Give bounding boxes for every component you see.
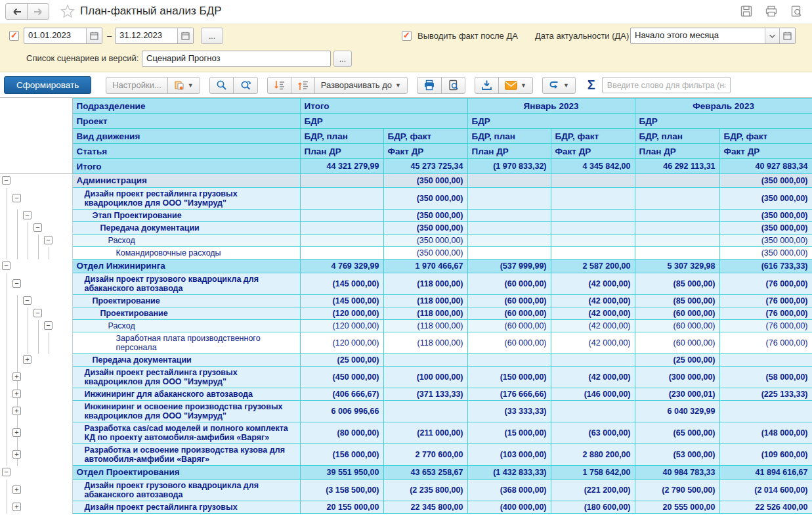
row-name-cell[interactable]: Этап Проектирование xyxy=(72,210,300,222)
value-cell[interactable]: (118 000,00) xyxy=(383,307,467,320)
value-cell[interactable]: 4 769 329,99 xyxy=(300,260,383,273)
value-cell[interactable]: 6 006 996,66 xyxy=(300,401,383,422)
value-cell[interactable]: (371 133,33) xyxy=(383,388,467,401)
back-button[interactable] xyxy=(5,3,28,20)
calendar-icon[interactable] xyxy=(86,28,102,43)
row-name-cell[interactable]: Передача документации xyxy=(72,354,300,367)
value-cell[interactable]: (65 000,00) xyxy=(635,422,719,444)
value-cell[interactable]: (76 000,00) xyxy=(719,307,812,320)
value-cell[interactable] xyxy=(467,354,551,367)
row-name-cell[interactable]: Передача документации xyxy=(72,222,300,235)
tree-expander-minus[interactable]: − xyxy=(44,321,53,330)
value-cell[interactable] xyxy=(467,235,551,247)
calendar-icon[interactable] xyxy=(779,28,795,43)
value-cell[interactable]: (350 000,00) xyxy=(719,210,812,222)
row-name-cell[interactable]: Разработка cas/cad моделей и полного ком… xyxy=(72,422,300,444)
period-from-value[interactable]: 01.01.2023 xyxy=(24,28,86,43)
value-cell[interactable]: (145 000,00) xyxy=(300,295,383,307)
value-cell[interactable]: 2 880 200,00 xyxy=(551,444,635,466)
value-cell[interactable]: (76 000,00) xyxy=(719,332,812,354)
value-cell[interactable]: (350 000,00) xyxy=(719,247,812,260)
period-checkbox[interactable]: ✓ xyxy=(9,31,19,41)
value-cell[interactable] xyxy=(467,174,551,188)
row-name-cell[interactable]: Проектирование xyxy=(72,295,300,307)
print-icon[interactable] xyxy=(765,5,778,18)
value-cell[interactable]: 1 970 466,67 xyxy=(383,260,467,273)
collapse-rows-button[interactable] xyxy=(267,77,291,94)
value-cell[interactable]: (156 000,00) xyxy=(300,444,383,466)
value-cell[interactable]: 40 984 783,33 xyxy=(635,466,719,480)
value-cell[interactable] xyxy=(635,235,719,247)
value-cell[interactable]: (350 000,00) xyxy=(383,174,467,188)
value-cell[interactable]: 43 653 258,67 xyxy=(383,466,467,480)
value-cell[interactable] xyxy=(300,188,383,210)
value-cell[interactable] xyxy=(635,247,719,260)
value-cell[interactable]: (537 999,99) xyxy=(467,260,551,273)
value-cell[interactable]: (2 014 600,00) xyxy=(719,480,812,501)
value-cell[interactable]: 5 307 329,98 xyxy=(635,260,719,273)
value-cell[interactable]: (25 000,00) xyxy=(635,354,719,367)
chevron-down-icon[interactable] xyxy=(765,28,779,43)
row-name-cell[interactable]: Отдел Проектирования xyxy=(72,466,300,480)
period-to-value[interactable]: 31.12.2023 xyxy=(116,28,177,43)
value-cell[interactable]: (76 000,00) xyxy=(719,295,812,307)
value-cell[interactable] xyxy=(300,235,383,247)
scenario-more-button[interactable]: ... xyxy=(333,51,352,67)
value-cell[interactable]: (42 000,00) xyxy=(551,273,635,295)
value-cell[interactable]: (400 000,00) xyxy=(467,501,551,514)
value-cell[interactable]: (15 000,00) xyxy=(467,422,551,444)
tree-expander-plus[interactable]: + xyxy=(12,390,21,398)
value-cell[interactable] xyxy=(551,210,635,222)
tree-expander-minus[interactable]: − xyxy=(23,296,32,305)
row-name-cell[interactable]: Разработка и освоение производства кузов… xyxy=(72,444,300,466)
value-cell[interactable]: (350 000,00) xyxy=(719,188,812,210)
value-cell[interactable]: (406 666,67) xyxy=(300,388,383,401)
value-cell[interactable]: (76 000,00) xyxy=(719,273,812,295)
period-to-field[interactable]: 31.12.2023 xyxy=(115,28,194,44)
value-cell[interactable]: (350 000,00) xyxy=(383,247,467,260)
row-name-cell[interactable]: Инжиниринг для абаканского автозавода xyxy=(72,388,300,401)
value-cell[interactable]: (60 000,00) xyxy=(467,273,551,295)
value-cell[interactable]: (176 666,66) xyxy=(467,388,551,401)
value-cell[interactable]: (350 000,00) xyxy=(383,188,467,210)
variants-button[interactable]: ▼ xyxy=(167,77,200,94)
value-cell[interactable]: (100 000,00) xyxy=(383,367,467,388)
value-cell[interactable]: (25 000,00) xyxy=(300,354,383,367)
tree-expander-plus[interactable]: + xyxy=(23,355,32,364)
tree-expander-plus[interactable]: + xyxy=(12,407,21,415)
value-cell[interactable]: (63 000,00) xyxy=(551,422,635,444)
value-cell[interactable]: (221 200,00) xyxy=(551,480,635,501)
value-cell[interactable]: (350 000,00) xyxy=(719,235,812,247)
value-cell[interactable]: (109 600,00) xyxy=(719,444,812,466)
tree-expander-minus[interactable]: − xyxy=(12,279,21,288)
value-cell[interactable]: (60 000,00) xyxy=(467,320,551,332)
calendar-icon[interactable] xyxy=(177,28,193,43)
value-cell[interactable]: (350 000,00) xyxy=(383,222,467,235)
tree-expander-minus[interactable]: − xyxy=(2,176,11,185)
value-cell[interactable]: (350 000,00) xyxy=(383,235,467,247)
value-cell[interactable]: (53 000,00) xyxy=(635,444,719,466)
value-cell[interactable]: (2 235 800,00) xyxy=(383,480,467,501)
value-cell[interactable]: (76 000,00) xyxy=(719,320,812,332)
tree-expander-minus[interactable]: − xyxy=(2,261,11,270)
row-name-cell[interactable]: Дизайн проект рестайлинга грузовых квадр… xyxy=(72,367,300,388)
scenario-value[interactable]: Сценарий Прогноз xyxy=(142,51,330,66)
value-cell[interactable]: (120 000,00) xyxy=(300,307,383,320)
value-cell[interactable] xyxy=(467,210,551,222)
row-name-cell[interactable]: Инжиниринг и освоение производства грузо… xyxy=(72,401,300,422)
fact-after-checkbox[interactable]: ✓ xyxy=(402,31,412,41)
value-cell[interactable]: (118 000,00) xyxy=(383,273,467,295)
row-name-cell[interactable]: Дизайн проект грузового квадроцикла для … xyxy=(72,480,300,501)
value-cell[interactable] xyxy=(551,222,635,235)
value-cell[interactable]: (60 000,00) xyxy=(467,332,551,354)
forward-button[interactable] xyxy=(27,3,49,20)
tree-expander-minus[interactable]: − xyxy=(2,468,11,476)
value-cell[interactable]: (180 600,00) xyxy=(551,501,635,514)
row-name-cell[interactable]: Отдел Инжиниринга xyxy=(72,260,300,273)
row-name-cell[interactable]: Дизайн проект рестайлинга грузовых xyxy=(72,501,300,514)
value-cell[interactable]: 39 551 950,00 xyxy=(300,466,383,480)
value-cell[interactable] xyxy=(383,401,467,422)
decrypt-button[interactable]: ▼ xyxy=(542,77,576,94)
value-cell[interactable] xyxy=(635,210,719,222)
favorite-star-icon[interactable] xyxy=(60,4,75,18)
